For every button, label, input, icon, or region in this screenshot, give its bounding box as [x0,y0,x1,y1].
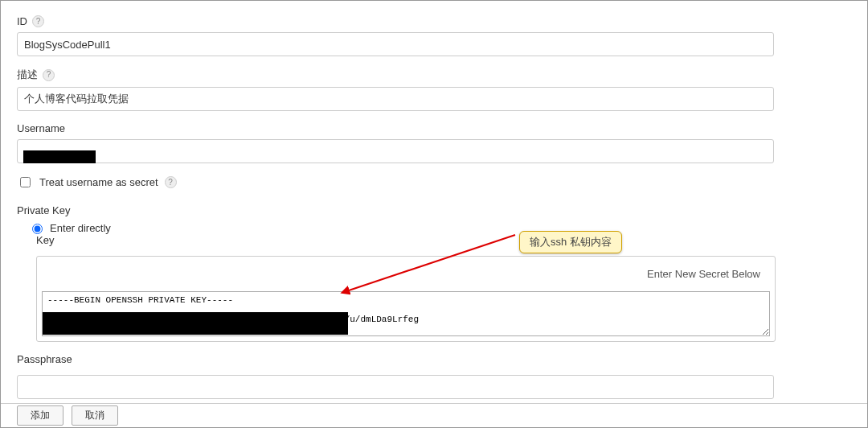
treat-secret-label: Treat username as secret [39,176,158,188]
field-description: 描述 ? [17,68,851,111]
enter-directly-radio[interactable] [32,224,43,234]
window-frame: ID ? 描述 ? Username [0,0,868,428]
label-passphrase-text: Passphrase [17,353,72,365]
label-passphrase: Passphrase [17,353,851,365]
id-input[interactable] [17,32,774,56]
help-icon[interactable]: ? [165,176,177,188]
label-username: Username [17,122,851,134]
field-id: ID ? [17,15,851,56]
label-username-text: Username [17,122,65,134]
annotation-callout-text: 输入ssh 私钥内容 [530,236,612,248]
privatekey-mode-row: Enter directly [28,221,851,234]
label-private-key: Private Key [17,204,851,216]
field-username: Username [17,122,851,163]
cancel-button[interactable]: 取消 [72,405,118,426]
add-button[interactable]: 添加 [17,405,63,426]
annotation-callout: 输入ssh 私钥内容 [519,231,622,253]
field-passphrase: Passphrase [17,353,851,399]
label-id: ID ? [17,15,851,27]
treat-secret-checkbox[interactable] [20,177,31,187]
form-scroll-area[interactable]: ID ? 描述 ? Username [1,1,867,427]
redaction-block [43,312,348,335]
label-description: 描述 ? [17,68,851,82]
help-icon[interactable]: ? [32,15,44,27]
footer-bar: 添加 取消 [1,403,867,427]
label-private-key-text: Private Key [17,204,70,216]
enter-directly-label: Enter directly [50,222,111,234]
description-input[interactable] [17,87,774,111]
label-id-text: ID [17,15,27,27]
passphrase-input[interactable] [17,375,774,399]
secret-hint: Enter New Secret Below [37,257,775,291]
label-description-text: 描述 [17,68,38,82]
username-input[interactable] [17,139,774,163]
help-icon[interactable]: ? [43,69,55,81]
key-sublabel: Key [36,234,851,246]
treat-secret-row: Treat username as secret ? [17,175,851,190]
redaction-block [23,150,96,163]
form-content: ID ? 描述 ? Username [1,1,867,427]
